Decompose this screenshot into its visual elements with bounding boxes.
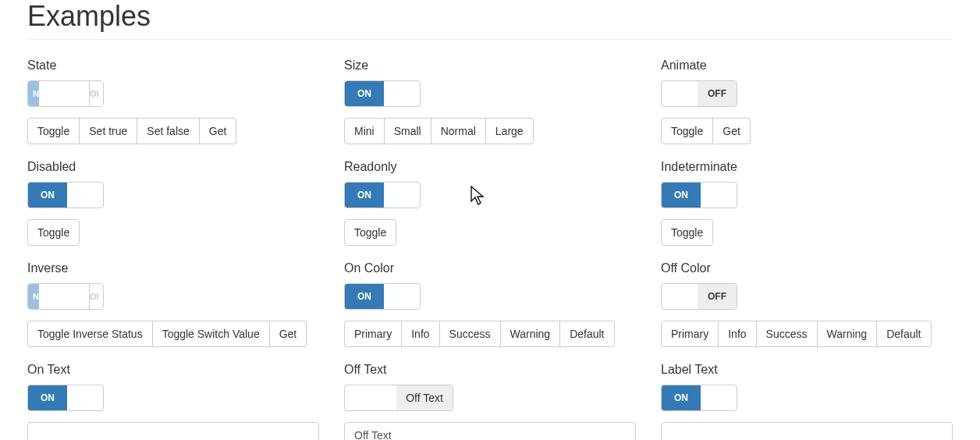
btn-primary[interactable]: Primary	[661, 321, 719, 347]
button-group: MiniSmallNormalLarge	[344, 118, 534, 144]
switch-on-label: ON	[345, 284, 384, 309]
btn-toggle-switch-value[interactable]: Toggle Switch Value	[153, 321, 270, 347]
button-group: PrimaryInfoSuccessWarningDefault	[661, 321, 932, 347]
switch-toggle[interactable]: ON	[27, 182, 104, 208]
section-off-color: Off ColorOFFPrimaryInfoSuccessWarningDef…	[661, 261, 953, 347]
button-group: Toggle Inverse StatusToggle Switch Value…	[27, 321, 307, 347]
section-label: Off Text	[344, 363, 636, 377]
btn-success[interactable]: Success	[757, 321, 818, 347]
section-size: SizeONMiniSmallNormalLarge	[344, 59, 636, 144]
btn-default[interactable]: Default	[560, 321, 614, 347]
btn-toggle[interactable]: Toggle	[661, 118, 713, 144]
switch-on-label: ON	[345, 81, 384, 106]
switch-toggle[interactable]: ON	[344, 80, 421, 107]
switch-off-half: OI	[89, 81, 103, 106]
section-label: Inverse	[27, 261, 319, 275]
btn-warning[interactable]: Warning	[818, 321, 878, 347]
switch-toggle[interactable]: ON	[661, 385, 737, 411]
section-label: Animate	[661, 59, 953, 73]
column-1: SizeONMiniSmallNormalLargeReadonlyONTogg…	[344, 59, 636, 440]
btn-toggle[interactable]: Toggle	[27, 219, 80, 246]
switch-off-label: Off Text	[396, 385, 453, 410]
btn-toggle[interactable]: Toggle	[344, 219, 396, 246]
switch-toggle[interactable]: Off Text	[344, 385, 453, 411]
btn-normal[interactable]: Normal	[431, 118, 486, 144]
section-label-text: Label TextON	[661, 363, 953, 440]
switch-on-half: N	[28, 284, 39, 309]
switch-on-label: ON	[28, 183, 67, 208]
btn-toggle[interactable]: Toggle	[27, 118, 80, 144]
section-label: Label Text	[661, 363, 953, 377]
switch-toggle[interactable]: ON	[661, 182, 737, 208]
section-indeterminate: IndeterminateONToggle	[661, 160, 953, 246]
btn-info[interactable]: Info	[402, 321, 439, 347]
switch-toggle[interactable]: OFF	[661, 283, 737, 310]
section-on-color: On ColorONPrimaryInfoSuccessWarningDefau…	[344, 261, 636, 347]
switch-toggle[interactable]: ON	[344, 283, 421, 310]
btn-warning[interactable]: Warning	[501, 321, 561, 347]
btn-set-true[interactable]: Set true	[80, 118, 137, 144]
switch-on-label: ON	[662, 385, 701, 410]
switch-on-label: ON	[28, 385, 67, 410]
section-on-text: On TextON	[27, 363, 319, 440]
section-label: Disabled	[27, 160, 319, 174]
button-group: ToggleSet trueSet falseGet	[27, 118, 236, 144]
switch-off-half: OI	[89, 284, 103, 309]
switch-toggle[interactable]: NOI	[27, 80, 104, 107]
section-label: Readonly	[344, 160, 636, 174]
text-input[interactable]	[344, 422, 636, 440]
btn-mini[interactable]: Mini	[344, 118, 385, 144]
section-readonly: ReadonlyONToggle	[344, 160, 636, 246]
section-state: StateNOIToggleSet trueSet falseGet	[27, 59, 319, 144]
switch-toggle[interactable]: ON	[27, 385, 104, 411]
btn-success[interactable]: Success	[440, 321, 501, 347]
btn-info[interactable]: Info	[719, 321, 756, 347]
column-2: AnimateOFFToggleGetIndeterminateONToggle…	[661, 59, 953, 440]
section-animate: AnimateOFFToggleGet	[661, 59, 953, 144]
section-label: Size	[344, 59, 636, 73]
text-input[interactable]	[661, 422, 953, 440]
btn-small[interactable]: Small	[385, 118, 431, 144]
switch-toggle[interactable]: NOI	[27, 283, 104, 310]
section-inverse: InverseNOIToggle Inverse StatusToggle Sw…	[27, 261, 319, 347]
switch-handle	[39, 81, 89, 106]
button-group: PrimaryInfoSuccessWarningDefault	[344, 321, 615, 347]
section-disabled: DisabledONToggle	[27, 160, 319, 246]
btn-default[interactable]: Default	[877, 321, 931, 347]
btn-set-false[interactable]: Set false	[137, 118, 199, 144]
divider	[27, 39, 953, 40]
btn-get[interactable]: Get	[270, 321, 307, 347]
section-label: On Text	[27, 363, 319, 377]
section-label: On Color	[344, 261, 636, 275]
button-group: ToggleGet	[661, 118, 751, 144]
btn-toggle-inverse-status[interactable]: Toggle Inverse Status	[27, 321, 153, 347]
switch-toggle[interactable]: OFF	[661, 80, 737, 107]
section-off-text: Off TextOff Text	[344, 363, 636, 440]
switch-on-label: ON	[345, 183, 384, 208]
btn-large[interactable]: Large	[486, 118, 534, 144]
text-input[interactable]	[27, 422, 319, 440]
btn-get[interactable]: Get	[713, 118, 751, 144]
btn-toggle[interactable]: Toggle	[661, 219, 713, 246]
switch-toggle[interactable]: ON	[344, 182, 421, 208]
section-label: Indeterminate	[661, 160, 953, 174]
btn-get[interactable]: Get	[200, 118, 237, 144]
section-label: State	[27, 59, 319, 73]
section-label: Off Color	[661, 261, 953, 275]
switch-handle	[39, 284, 89, 309]
switch-on-label: ON	[662, 183, 701, 208]
switch-off-label: OFF	[698, 284, 737, 309]
column-0: StateNOIToggleSet trueSet falseGetDisabl…	[27, 59, 319, 440]
switch-off-label: OFF	[698, 81, 737, 106]
page-title: Examples	[27, 0, 953, 33]
switch-on-half: N	[28, 81, 39, 106]
btn-primary[interactable]: Primary	[344, 321, 402, 347]
